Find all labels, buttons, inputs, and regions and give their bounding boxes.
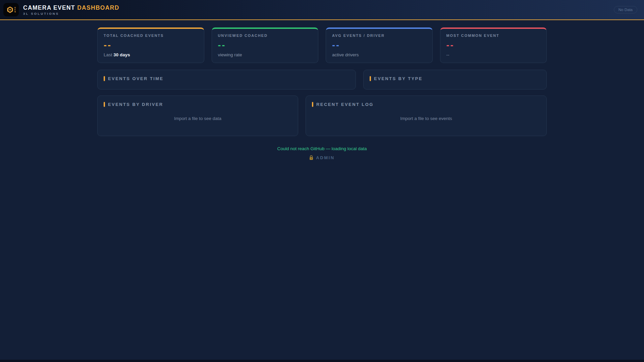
panel-header: EVENTS BY DRIVER [104, 102, 292, 107]
kpi-label: UNVIEWED COACHED [218, 34, 312, 38]
panel-header: EVENTS BY TYPE [370, 76, 540, 81]
kpi-card-avg-events-per-driver: AVG EVENTS / DRIVER -- active drivers [326, 27, 433, 63]
kpi-subtext: Last 30 days [104, 52, 198, 57]
logo-vertical-text: D E N [14, 7, 16, 13]
kpi-value: -- [446, 42, 541, 49]
hexagon-logo-icon [6, 6, 14, 13]
kpi-subtext-strong: 30 days [113, 52, 130, 57]
page-subtitle: 3L SOLUTIONS [23, 12, 119, 15]
kpi-card-total-coached-events: TOTAL COACHED EVENTS -- Last 30 days [97, 27, 204, 63]
kpi-label: AVG EVENTS / DRIVER [332, 34, 426, 38]
panel-header: RECENT EVENT LOG [312, 102, 540, 107]
brand-logo: D E N [3, 3, 19, 16]
title-block: CAMERA EVENT DASHBOARD 3L SOLUTIONS [23, 4, 119, 15]
panel-events-by-driver: EVENTS BY DRIVER Import a file to see da… [97, 96, 298, 136]
page-title-accent: DASHBOARD [77, 4, 119, 11]
github-status-message: Could not reach GitHub — loading local d… [97, 146, 547, 151]
kpi-value: -- [332, 42, 426, 49]
bottom-edge-strip [0, 360, 644, 362]
kpi-card-most-common-event: MOST COMMON EVENT -- -- [440, 27, 547, 63]
page-title: CAMERA EVENT DASHBOARD [23, 4, 119, 11]
no-data-badge: No Data [614, 6, 637, 13]
kpi-label: TOTAL COACHED EVENTS [104, 34, 198, 38]
kpi-card-unviewed-coached: UNVIEWED COACHED -- viewing rate [212, 27, 319, 63]
detail-panels-row: EVENTS BY DRIVER Import a file to see da… [97, 96, 547, 136]
kpi-subtext: active drivers [332, 52, 426, 57]
app-header: D E N CAMERA EVENT DASHBOARD 3L SOLUTION… [0, 0, 644, 20]
panel-accent-bar-icon [370, 76, 371, 81]
panel-title: EVENTS OVER TIME [108, 76, 164, 81]
kpi-subtext: viewing rate [218, 52, 312, 57]
chart-panels-row: EVENTS OVER TIME EVENTS BY TYPE [97, 70, 547, 89]
panel-accent-bar-icon [104, 76, 105, 81]
kpi-subtext: -- [446, 52, 541, 57]
main-content: TOTAL COACHED EVENTS -- Last 30 days UNV… [97, 27, 547, 160]
panel-title: EVENTS BY DRIVER [108, 102, 163, 107]
panel-accent-bar-icon [104, 102, 105, 107]
panel-recent-event-log: RECENT EVENT LOG Import a file to see ev… [306, 96, 547, 136]
admin-label: ADMIN [316, 155, 335, 160]
panel-events-by-type: EVENTS BY TYPE [363, 70, 547, 89]
empty-state-message: Import a file to see data [104, 107, 292, 130]
panel-header: EVENTS OVER TIME [104, 76, 350, 81]
panel-accent-bar-icon [312, 102, 313, 107]
panel-title: EVENTS BY TYPE [374, 76, 423, 81]
panel-title: RECENT EVENT LOG [316, 102, 374, 107]
empty-state-message: Import a file to see events [312, 107, 540, 130]
admin-link[interactable]: ADMIN [97, 155, 547, 160]
kpi-row: TOTAL COACHED EVENTS -- Last 30 days UNV… [97, 27, 547, 63]
kpi-value: -- [218, 42, 312, 49]
panel-events-over-time: EVENTS OVER TIME [97, 70, 356, 89]
kpi-value: -- [104, 42, 198, 49]
kpi-label: MOST COMMON EVENT [446, 34, 541, 38]
lock-icon [309, 155, 313, 160]
